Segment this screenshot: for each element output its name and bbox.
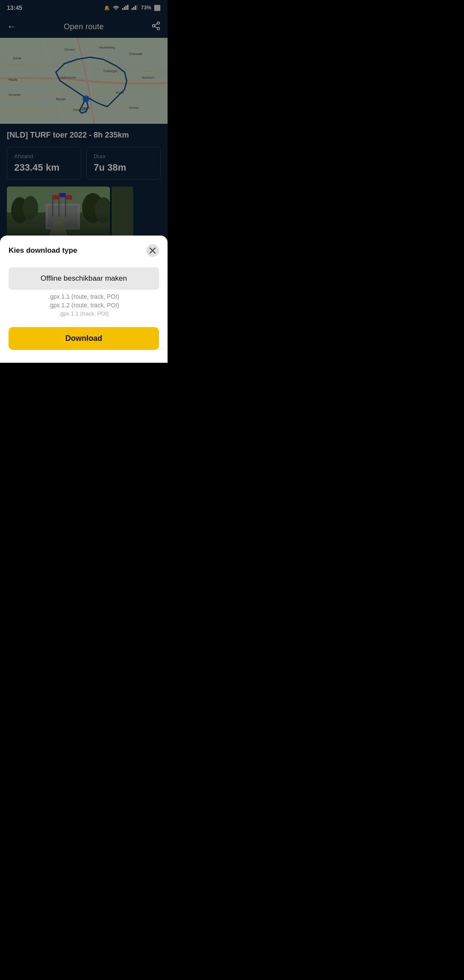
bottom-sheet-title: Kies download type [9,246,77,255]
gpx11track-option[interactable]: .gpx 1.1 (track, POI) [9,310,159,317]
gpx11-option[interactable]: .gpx 1.1 (route, track, POI) [9,293,159,300]
offline-option[interactable]: Offline beschikbaar maken [9,267,159,290]
bottom-sheet: Kies download type Offline beschikbaar m… [0,236,168,363]
bottom-sheet-header: Kies download type [9,244,159,257]
download-button[interactable]: Download [9,327,159,350]
close-button[interactable] [146,244,159,257]
gpx12-option[interactable]: .gpx 1.2 (route, track, POI) [9,302,159,309]
options-area: Offline beschikbaar maken .gpx 1.1 (rout… [9,267,159,317]
